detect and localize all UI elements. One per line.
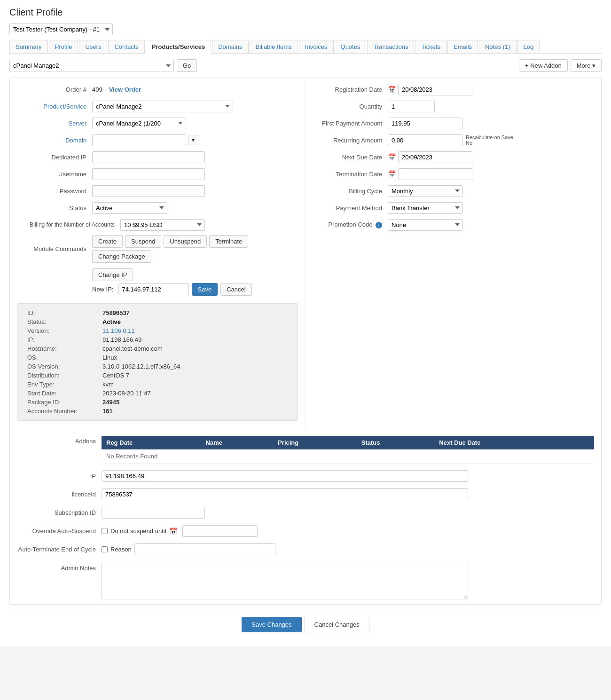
ip-field-label: IP (17, 472, 102, 480)
first-payment-input[interactable] (388, 118, 463, 129)
go-button[interactable]: Go (177, 59, 197, 72)
product-service-selector[interactable]: cPanel Manage2 (9, 60, 174, 71)
tab-billable-items[interactable]: Billable Items (250, 40, 298, 53)
si-version-label: Version: (24, 326, 100, 335)
product-service-select[interactable]: cPanel Manage2 (92, 101, 233, 112)
change-ip-button[interactable]: Change IP (92, 268, 133, 281)
module-commands-buttons: Create Suspend Unsuspend Terminate Chang… (92, 235, 298, 263)
termination-date-input[interactable] (398, 168, 473, 180)
client-selector-dropdown[interactable]: Test Tester (Test Company) - #1 (9, 24, 113, 35)
first-payment-row: First Payment Amount (313, 117, 594, 130)
recalculate-value: No (466, 140, 513, 146)
tab-profile[interactable]: Profile (49, 40, 78, 53)
dedicated-ip-label: Dedicated IP (17, 154, 92, 161)
auto-terminate-checkbox[interactable] (102, 546, 108, 552)
toolbar: cPanel Manage2 Go + New Addon More ▾ (9, 59, 602, 72)
recalculate-box: Recalculate on Save No (466, 134, 513, 146)
domain-input[interactable] (92, 134, 186, 146)
addons-table-body: No Records Found (102, 449, 594, 464)
admin-notes-textarea[interactable] (102, 562, 468, 599)
cancel-ip-button[interactable]: Cancel (220, 283, 251, 296)
reason-input[interactable] (134, 543, 275, 555)
tab-tickets[interactable]: Tickets (415, 40, 446, 53)
si-package-id-value: 24945 (100, 398, 290, 407)
terminate-button[interactable]: Terminate (209, 235, 248, 248)
payment-method-select[interactable]: Bank Transfer (388, 202, 463, 214)
addons-col-pricing: Pricing (273, 436, 357, 449)
auto-terminate-controls: Reason (102, 543, 275, 555)
licence-id-field-row: licenceId (10, 487, 601, 502)
tab-invoices[interactable]: Invoices (299, 40, 334, 53)
quantity-label: Quantity (313, 103, 388, 110)
tab-transactions[interactable]: Transactions (367, 40, 414, 53)
order-number: 409 - (92, 86, 106, 93)
new-addon-button[interactable]: + New Addon (519, 59, 568, 72)
new-ip-input[interactable] (118, 283, 189, 295)
promotion-code-select[interactable]: None (388, 219, 463, 231)
username-input[interactable] (92, 168, 205, 180)
unsuspend-button[interactable]: Unsuspend (164, 235, 207, 248)
more-button[interactable]: More ▾ (571, 59, 602, 72)
override-auto-suspend-checkbox[interactable] (102, 528, 108, 534)
override-date-input[interactable] (182, 525, 258, 537)
password-input[interactable] (92, 185, 205, 197)
tab-contacts[interactable]: Contacts (108, 40, 144, 53)
dedicated-ip-row: Dedicated IP (17, 150, 298, 164)
billing-accounts-select[interactable]: 10 $9.95 USD (120, 219, 205, 231)
tab-summary[interactable]: Summary (9, 40, 48, 53)
quantity-input[interactable] (388, 101, 435, 112)
billing-cycle-select[interactable]: Monthly (388, 185, 463, 197)
addons-col-reg-date: Reg Date (102, 436, 201, 449)
si-distribution-value: CentOS 7 (100, 371, 290, 380)
si-ip-label: IP: (24, 335, 100, 344)
server-info-os: OS: Linux (24, 353, 290, 362)
subscription-id-input[interactable] (102, 507, 205, 519)
tab-products-services[interactable]: Products/Services (146, 40, 211, 54)
addons-col-status: Status (357, 436, 435, 449)
addons-section: Addons Reg Date Name Pricing Status Next… (10, 429, 601, 468)
addons-col-next-due-date: Next Due Date (434, 436, 575, 449)
save-ip-button[interactable]: Save (192, 283, 218, 296)
domain-dropdown-button[interactable]: ▾ (188, 135, 198, 145)
si-accounts-number-value: 161 (100, 407, 290, 416)
si-start-date-label: Start Date: (24, 389, 100, 398)
server-info-version: Version: 11.106.0.11 (24, 326, 290, 335)
next-due-date-input[interactable] (398, 151, 473, 163)
server-info-package-id: Package ID: 24945 (24, 398, 290, 407)
dedicated-ip-input[interactable] (92, 151, 205, 163)
server-info-env-type: Env Type: kvm (24, 380, 290, 389)
suspend-button[interactable]: Suspend (125, 235, 161, 248)
tab-emails[interactable]: Emails (447, 40, 478, 53)
promo-info-icon[interactable]: i (376, 222, 382, 228)
recurring-amount-input[interactable] (388, 134, 463, 146)
server-select[interactable]: cPanel Manage2 (1/200 (92, 118, 186, 129)
reason-label: Reason (110, 546, 132, 553)
promotion-code-label: Promotion Code i (313, 221, 388, 228)
order-label: Order # (17, 86, 92, 93)
tab-notes[interactable]: Notes (1) (479, 40, 516, 53)
id-label: ID: (24, 308, 100, 317)
view-order-link[interactable]: View Order (109, 86, 141, 93)
si-status-label: Status: (24, 317, 100, 326)
save-changes-button[interactable]: Save Changes (242, 617, 301, 632)
tab-log[interactable]: Log (517, 40, 540, 53)
first-payment-label: First Payment Amount (313, 120, 388, 127)
cancel-changes-button[interactable]: Cancel Changes (305, 617, 369, 632)
tab-domains[interactable]: Domains (212, 40, 248, 53)
server-info-id: ID: 75896537 (24, 308, 290, 317)
tab-quotes[interactable]: Quotes (335, 40, 367, 53)
status-select[interactable]: Active (92, 202, 167, 214)
username-label: Username (17, 171, 92, 178)
ip-field-input[interactable] (102, 470, 468, 482)
licence-id-input[interactable] (102, 488, 468, 500)
change-package-button[interactable]: Change Package (92, 250, 151, 263)
billing-cycle-label: Billing Cycle (313, 188, 388, 195)
addons-table-header: Reg Date Name Pricing Status Next Due Da… (102, 436, 594, 449)
subscription-id-field-row: Subscription ID (10, 505, 601, 520)
registration-date-input[interactable] (398, 84, 473, 95)
form-section: Order # 409 - View Order Product/Service… (9, 78, 602, 605)
create-button[interactable]: Create (92, 235, 123, 248)
si-package-id-label: Package ID: (24, 398, 100, 407)
tab-users[interactable]: Users (79, 40, 107, 53)
admin-notes-label: Admin Notes (17, 562, 102, 572)
